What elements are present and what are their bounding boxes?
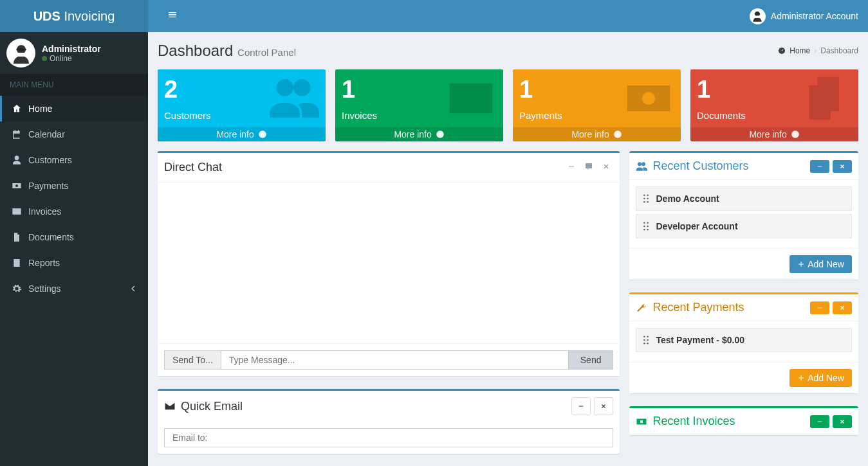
remove-button[interactable] <box>833 160 852 173</box>
sidebar-item-documents[interactable]: Documents <box>0 224 148 250</box>
arrow-circle-icon <box>613 130 622 139</box>
arrow-circle-icon <box>791 130 800 139</box>
sidebar-item-label: Invoices <box>28 206 61 217</box>
minus-icon <box>817 163 823 170</box>
remove-button[interactable] <box>599 159 613 175</box>
box-title: Recent Customers <box>636 159 748 173</box>
stat-box-customers: 2Customers More info <box>158 69 326 141</box>
sidebar-item-calendar[interactable]: Calendar <box>0 121 148 147</box>
sidebar-item-settings[interactable]: Settings <box>0 276 148 301</box>
chevron-left-icon <box>128 283 138 294</box>
breadcrumb-home[interactable]: Home <box>790 46 810 55</box>
report-icon <box>12 258 22 268</box>
plus-icon <box>797 374 805 382</box>
envelope-icon <box>164 400 176 412</box>
collapse-button[interactable] <box>810 415 829 428</box>
box-title: Direct Chat <box>164 161 222 174</box>
money-icon <box>623 73 674 126</box>
comments-icon <box>585 163 593 170</box>
content: 2Customers More info 1Invoices More info… <box>148 60 868 466</box>
page-title: Dashboard Control Panel <box>158 42 296 60</box>
remove-button[interactable] <box>833 301 852 314</box>
users-icon <box>268 73 319 126</box>
main-row: Direct Chat Send To... Send <box>158 151 858 466</box>
grip-icon <box>643 336 649 345</box>
main-sidebar: Administrator Online MAIN MENU Home Cale… <box>0 32 148 466</box>
collapse-button[interactable] <box>810 160 829 173</box>
recent-customers-box: Recent Customers Demo Account Developer … <box>629 151 858 280</box>
minus-icon <box>817 418 823 425</box>
collapse-button[interactable] <box>571 397 591 415</box>
sidebar-user-name: Administrator <box>42 44 101 54</box>
plus-icon <box>797 260 805 268</box>
gear-icon <box>12 283 22 294</box>
money-icon <box>12 181 22 191</box>
list-item[interactable]: Demo Account <box>636 186 851 211</box>
dashboard-icon <box>778 47 786 55</box>
top-navbar: Administrator Account <box>148 0 868 32</box>
chat-messages-area <box>158 183 620 343</box>
recent-payments-box: Recent Payments Test Payment - $0.00 Add… <box>629 292 858 393</box>
sidebar-user-status[interactable]: Online <box>42 54 101 63</box>
remove-button[interactable] <box>594 397 613 415</box>
sidebar-item-label: Calendar <box>28 129 65 139</box>
add-new-button[interactable]: Add New <box>790 255 852 273</box>
money-icon <box>636 416 647 427</box>
arrow-circle-icon <box>258 130 267 139</box>
close-icon <box>602 163 610 170</box>
grip-icon <box>643 194 649 203</box>
email-to-input[interactable] <box>164 428 613 447</box>
collapse-button[interactable] <box>564 159 578 175</box>
list-item[interactable]: Test Payment - $0.00 <box>636 328 851 352</box>
list-item[interactable]: Developer Account <box>636 214 851 238</box>
sidebar-item-label: Reports <box>28 258 60 268</box>
minus-icon <box>578 403 584 409</box>
stat-more-info-link[interactable]: More info <box>158 127 326 141</box>
sidebar-item-label: Documents <box>28 232 74 242</box>
sidebar-item-label: Customers <box>28 155 72 165</box>
page-subtitle: Control Panel <box>237 47 296 58</box>
users-icon <box>636 161 647 172</box>
add-new-button[interactable]: Add New <box>790 369 852 387</box>
main-header: UDS Invoicing Administrator Account <box>0 0 868 32</box>
home-icon <box>12 103 22 114</box>
grip-icon <box>643 222 649 231</box>
breadcrumb-current: Dashboard <box>820 46 858 55</box>
sidebar-toggle-button[interactable] <box>158 3 187 29</box>
stat-more-info-link[interactable]: More info <box>335 127 503 141</box>
card-icon <box>445 73 497 126</box>
sidebar-user-panel: Administrator Online <box>0 32 148 74</box>
remove-button[interactable] <box>833 415 852 428</box>
calendar-icon <box>12 129 22 139</box>
user-icon <box>12 155 22 165</box>
avatar <box>6 39 35 67</box>
sidebar-item-home[interactable]: Home <box>0 96 148 121</box>
sidebar-item-reports[interactable]: Reports <box>0 250 148 276</box>
chat-toggle-button[interactable] <box>582 159 596 175</box>
minus-icon <box>568 163 575 170</box>
collapse-button[interactable] <box>810 301 829 314</box>
recent-invoices-box: Recent Invoices <box>629 406 858 435</box>
stat-more-info-link[interactable]: More info <box>690 127 858 141</box>
chat-message-input[interactable] <box>221 350 569 370</box>
close-icon <box>839 418 845 425</box>
sidebar-item-label: Home <box>28 103 52 114</box>
stat-box-documents: 1Documents More info <box>690 69 858 141</box>
sidebar-item-label: Payments <box>28 181 68 191</box>
brand-logo[interactable]: UDS Invoicing <box>0 0 148 32</box>
send-button[interactable]: Send <box>569 350 614 370</box>
box-title: Recent Invoices <box>636 415 735 428</box>
wrench-icon <box>636 302 647 314</box>
sidebar-item-invoices[interactable]: Invoices <box>0 199 148 224</box>
minus-icon <box>817 305 823 311</box>
sidebar-menu: Home Calendar Customers Payments Invoice… <box>0 96 148 301</box>
card-icon <box>12 206 22 217</box>
stat-more-info-link[interactable]: More info <box>513 127 681 141</box>
close-icon <box>839 163 845 170</box>
close-icon <box>600 403 607 409</box>
user-menu[interactable]: Administrator Account <box>750 8 858 24</box>
sidebar-item-customers[interactable]: Customers <box>0 147 148 173</box>
stats-row: 2Customers More info 1Invoices More info… <box>158 69 858 141</box>
sidebar-item-payments[interactable]: Payments <box>0 173 148 199</box>
arrow-circle-icon <box>436 130 445 139</box>
